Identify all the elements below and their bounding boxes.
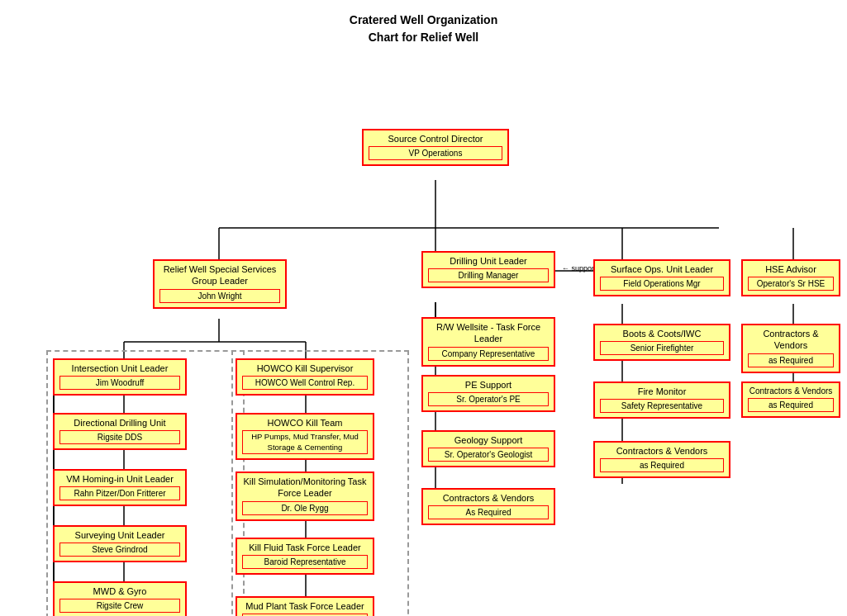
mwd-gyro-title: MWD & Gyro bbox=[58, 585, 182, 597]
chart-title: Cratered Well Organization Chart for Rel… bbox=[0, 0, 847, 46]
contractors-hse-sub: as Required bbox=[748, 353, 834, 367]
node-intersection: Intersection Unit Leader Jim Woodruff bbox=[53, 358, 187, 396]
geology-support-sub: Sr. Operator's Geologist bbox=[428, 448, 549, 462]
contractors-surface-sub: as Required bbox=[600, 458, 724, 472]
node-hse-advisor: HSE Advisor Operator's Sr HSE bbox=[741, 259, 840, 296]
source-control-sub: VP Operations bbox=[369, 146, 502, 160]
relief-well-title: Relief Well Special Services Group Leade… bbox=[158, 263, 282, 287]
directional-title: Directional Drilling Unit bbox=[58, 417, 182, 429]
rw-wellsite-sub: Company Representative bbox=[428, 347, 549, 361]
vm-homing-sub: Rahn Pitzer/Don Fritterer bbox=[59, 486, 180, 500]
node-contractors-hse: Contractors & Vendors as Required bbox=[741, 324, 840, 373]
node-geology-support: Geology Support Sr. Operator's Geologist bbox=[421, 430, 555, 467]
boots-coots-title: Boots & Coots/IWC bbox=[598, 328, 726, 339]
vm-homing-title: VM Homing-in Unit Leader bbox=[58, 473, 182, 485]
surveying-sub: Steve Grindrod bbox=[59, 543, 180, 557]
node-contractors-surface: Contractors & Vendors as Required bbox=[593, 441, 730, 478]
node-boots-coots: Boots & Coots/IWC Senior Firefighter bbox=[593, 324, 730, 361]
node-howco-kill-team: HOWCO Kill Team HP Pumps, Mud Transfer, … bbox=[236, 413, 374, 460]
node-contractors-hse2: Contractors & Vendors as Required bbox=[741, 381, 840, 418]
surveying-title: Surveying Unit Leader bbox=[58, 529, 182, 541]
howco-kill-sup-title: HOWCO Kill Supervisor bbox=[240, 362, 369, 374]
node-rw-wellsite: R/W Wellsite - Task Force Leader Company… bbox=[421, 317, 555, 367]
mwd-gyro-sub: Rigsite Crew bbox=[59, 599, 180, 613]
node-drilling-unit: Drilling Unit Leader Drilling Manager bbox=[421, 251, 555, 288]
rw-wellsite-title: R/W Wellsite - Task Force Leader bbox=[426, 321, 550, 345]
contractors-main-title: Contractors & Vendors bbox=[426, 492, 550, 504]
org-chart: Source Control Director VP Operations Re… bbox=[0, 46, 847, 616]
fire-monitor-sub: Safety Representative bbox=[600, 399, 724, 413]
relief-well-sub: John Wright bbox=[159, 289, 280, 303]
hse-advisor-title: HSE Advisor bbox=[746, 263, 835, 275]
surface-ops-sub: Field Operations Mgr bbox=[600, 277, 724, 291]
support-label: ← support bbox=[562, 264, 597, 272]
node-mwd-gyro: MWD & Gyro Rigsite Crew bbox=[53, 581, 187, 616]
kill-simulation-sub: Dr. Ole Rygg bbox=[242, 501, 368, 515]
contractors-main-sub: As Required bbox=[428, 505, 549, 519]
title-line1: Cratered Well Organization bbox=[350, 13, 497, 26]
howco-kill-team-sub: HP Pumps, Mud Transfer, Mud Storage & Ce… bbox=[242, 430, 368, 454]
geology-support-title: Geology Support bbox=[426, 434, 550, 446]
intersection-sub: Jim Woodruff bbox=[59, 376, 180, 390]
node-kill-simulation: Kill Simulation/Monitoring Task Force Le… bbox=[236, 471, 374, 521]
hse-advisor-sub: Operator's Sr HSE bbox=[748, 277, 834, 291]
kill-simulation-title: Kill Simulation/Monitoring Task Force Le… bbox=[240, 476, 369, 500]
mud-plant-title: Mud Plant Task Force Leader bbox=[240, 600, 369, 612]
node-directional: Directional Drilling Unit Rigsite DDS bbox=[53, 413, 187, 450]
node-surveying: Surveying Unit Leader Steve Grindrod bbox=[53, 525, 187, 562]
drilling-unit-title: Drilling Unit Leader bbox=[426, 255, 550, 267]
pe-support-title: PE Support bbox=[426, 379, 550, 391]
node-howco-kill-sup: HOWCO Kill Supervisor HOWCO Well Control… bbox=[236, 358, 374, 396]
node-mud-plant: Mud Plant Task Force Leader Mud Plant Op… bbox=[236, 596, 374, 616]
boots-coots-sub: Senior Firefighter bbox=[600, 341, 724, 355]
kill-fluid-title: Kill Fluid Task Force Leader bbox=[240, 542, 369, 553]
contractors-surface-title: Contractors & Vendors bbox=[598, 445, 726, 457]
directional-sub: Rigsite DDS bbox=[59, 430, 180, 444]
source-control-title: Source Control Director bbox=[367, 133, 504, 145]
title-line2: Chart for Relief Well bbox=[369, 31, 479, 44]
node-vm-homing: VM Homing-in Unit Leader Rahn Pitzer/Don… bbox=[53, 469, 187, 506]
surface-ops-title: Surface Ops. Unit Leader bbox=[598, 263, 726, 275]
intersection-title: Intersection Unit Leader bbox=[58, 362, 182, 374]
node-pe-support: PE Support Sr. Operator's PE bbox=[421, 375, 555, 412]
pe-support-sub: Sr. Operator's PE bbox=[428, 392, 549, 406]
kill-fluid-sub: Baroid Representative bbox=[242, 555, 368, 569]
howco-kill-sup-sub: HOWCO Well Control Rep. bbox=[242, 376, 368, 390]
node-relief-well: Relief Well Special Services Group Leade… bbox=[153, 259, 287, 309]
drilling-unit-sub: Drilling Manager bbox=[428, 268, 549, 282]
node-contractors-main: Contractors & Vendors As Required bbox=[421, 488, 555, 525]
node-fire-monitor: Fire Monitor Safety Representative bbox=[593, 381, 730, 419]
contractors-hse-title: Contractors & Vendors bbox=[746, 328, 835, 352]
node-kill-fluid: Kill Fluid Task Force Leader Baroid Repr… bbox=[236, 538, 374, 575]
howco-kill-team-title: HOWCO Kill Team bbox=[240, 417, 369, 429]
node-source-control: Source Control Director VP Operations bbox=[362, 129, 509, 166]
fire-monitor-title: Fire Monitor bbox=[598, 386, 726, 397]
node-surface-ops: Surface Ops. Unit Leader Field Operation… bbox=[593, 259, 730, 296]
